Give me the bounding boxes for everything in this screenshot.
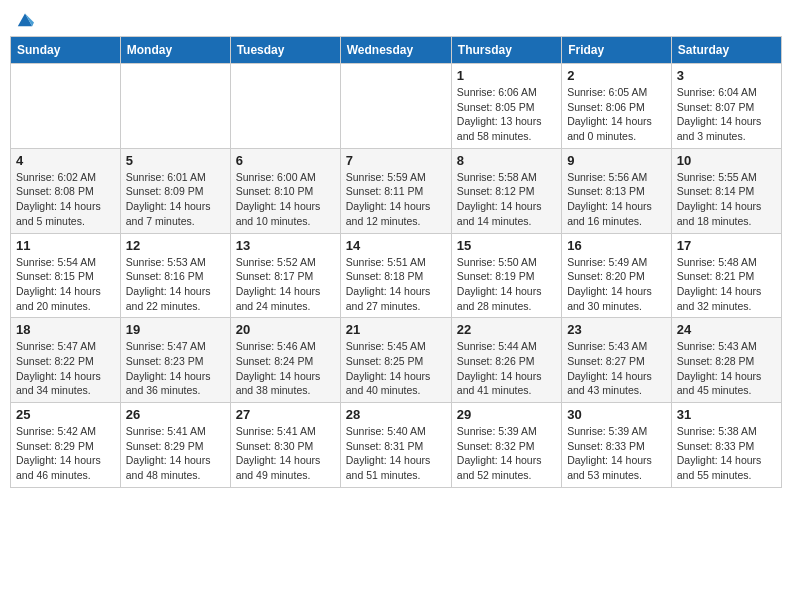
calendar-cell: 16Sunrise: 5:49 AM Sunset: 8:20 PM Dayli…: [562, 233, 672, 318]
day-number: 18: [16, 322, 115, 337]
calendar-cell: 29Sunrise: 5:39 AM Sunset: 8:32 PM Dayli…: [451, 403, 561, 488]
logo: [14, 10, 34, 28]
calendar-header-tuesday: Tuesday: [230, 37, 340, 64]
day-info: Sunrise: 5:51 AM Sunset: 8:18 PM Dayligh…: [346, 255, 446, 314]
calendar-cell: 3Sunrise: 6:04 AM Sunset: 8:07 PM Daylig…: [671, 64, 781, 149]
day-info: Sunrise: 5:40 AM Sunset: 8:31 PM Dayligh…: [346, 424, 446, 483]
day-info: Sunrise: 5:39 AM Sunset: 8:33 PM Dayligh…: [567, 424, 666, 483]
calendar-cell: 18Sunrise: 5:47 AM Sunset: 8:22 PM Dayli…: [11, 318, 121, 403]
day-info: Sunrise: 5:47 AM Sunset: 8:22 PM Dayligh…: [16, 339, 115, 398]
calendar-cell: 26Sunrise: 5:41 AM Sunset: 8:29 PM Dayli…: [120, 403, 230, 488]
calendar-cell: [11, 64, 121, 149]
calendar-cell: 30Sunrise: 5:39 AM Sunset: 8:33 PM Dayli…: [562, 403, 672, 488]
day-info: Sunrise: 5:41 AM Sunset: 8:30 PM Dayligh…: [236, 424, 335, 483]
day-info: Sunrise: 6:05 AM Sunset: 8:06 PM Dayligh…: [567, 85, 666, 144]
day-number: 5: [126, 153, 225, 168]
day-info: Sunrise: 5:44 AM Sunset: 8:26 PM Dayligh…: [457, 339, 556, 398]
day-info: Sunrise: 5:58 AM Sunset: 8:12 PM Dayligh…: [457, 170, 556, 229]
calendar-header-friday: Friday: [562, 37, 672, 64]
day-info: Sunrise: 5:43 AM Sunset: 8:28 PM Dayligh…: [677, 339, 776, 398]
day-info: Sunrise: 5:48 AM Sunset: 8:21 PM Dayligh…: [677, 255, 776, 314]
day-number: 28: [346, 407, 446, 422]
calendar-cell: 15Sunrise: 5:50 AM Sunset: 8:19 PM Dayli…: [451, 233, 561, 318]
calendar-week-5: 25Sunrise: 5:42 AM Sunset: 8:29 PM Dayli…: [11, 403, 782, 488]
day-number: 6: [236, 153, 335, 168]
day-number: 13: [236, 238, 335, 253]
day-info: Sunrise: 5:59 AM Sunset: 8:11 PM Dayligh…: [346, 170, 446, 229]
calendar-cell: 25Sunrise: 5:42 AM Sunset: 8:29 PM Dayli…: [11, 403, 121, 488]
calendar-header-monday: Monday: [120, 37, 230, 64]
calendar-cell: 21Sunrise: 5:45 AM Sunset: 8:25 PM Dayli…: [340, 318, 451, 403]
calendar-cell: 22Sunrise: 5:44 AM Sunset: 8:26 PM Dayli…: [451, 318, 561, 403]
day-number: 10: [677, 153, 776, 168]
day-number: 2: [567, 68, 666, 83]
day-number: 17: [677, 238, 776, 253]
day-info: Sunrise: 5:47 AM Sunset: 8:23 PM Dayligh…: [126, 339, 225, 398]
calendar-cell: 8Sunrise: 5:58 AM Sunset: 8:12 PM Daylig…: [451, 148, 561, 233]
day-number: 3: [677, 68, 776, 83]
calendar-cell: 5Sunrise: 6:01 AM Sunset: 8:09 PM Daylig…: [120, 148, 230, 233]
day-info: Sunrise: 6:01 AM Sunset: 8:09 PM Dayligh…: [126, 170, 225, 229]
day-number: 29: [457, 407, 556, 422]
calendar-header-wednesday: Wednesday: [340, 37, 451, 64]
day-info: Sunrise: 6:00 AM Sunset: 8:10 PM Dayligh…: [236, 170, 335, 229]
calendar-header-thursday: Thursday: [451, 37, 561, 64]
day-info: Sunrise: 5:54 AM Sunset: 8:15 PM Dayligh…: [16, 255, 115, 314]
calendar-cell: [230, 64, 340, 149]
day-number: 30: [567, 407, 666, 422]
day-number: 23: [567, 322, 666, 337]
calendar-cell: 12Sunrise: 5:53 AM Sunset: 8:16 PM Dayli…: [120, 233, 230, 318]
day-number: 20: [236, 322, 335, 337]
day-number: 27: [236, 407, 335, 422]
calendar-cell: 31Sunrise: 5:38 AM Sunset: 8:33 PM Dayli…: [671, 403, 781, 488]
calendar-week-3: 11Sunrise: 5:54 AM Sunset: 8:15 PM Dayli…: [11, 233, 782, 318]
day-number: 24: [677, 322, 776, 337]
calendar-week-1: 1Sunrise: 6:06 AM Sunset: 8:05 PM Daylig…: [11, 64, 782, 149]
page-header: [10, 10, 782, 28]
calendar-cell: 27Sunrise: 5:41 AM Sunset: 8:30 PM Dayli…: [230, 403, 340, 488]
calendar-cell: 28Sunrise: 5:40 AM Sunset: 8:31 PM Dayli…: [340, 403, 451, 488]
day-number: 15: [457, 238, 556, 253]
day-number: 22: [457, 322, 556, 337]
day-number: 8: [457, 153, 556, 168]
calendar-week-4: 18Sunrise: 5:47 AM Sunset: 8:22 PM Dayli…: [11, 318, 782, 403]
calendar-table: SundayMondayTuesdayWednesdayThursdayFrid…: [10, 36, 782, 488]
day-number: 12: [126, 238, 225, 253]
logo-icon: [16, 10, 34, 28]
day-number: 25: [16, 407, 115, 422]
calendar-header-row: SundayMondayTuesdayWednesdayThursdayFrid…: [11, 37, 782, 64]
day-number: 31: [677, 407, 776, 422]
day-info: Sunrise: 5:50 AM Sunset: 8:19 PM Dayligh…: [457, 255, 556, 314]
calendar-cell: 7Sunrise: 5:59 AM Sunset: 8:11 PM Daylig…: [340, 148, 451, 233]
day-info: Sunrise: 5:55 AM Sunset: 8:14 PM Dayligh…: [677, 170, 776, 229]
day-info: Sunrise: 5:38 AM Sunset: 8:33 PM Dayligh…: [677, 424, 776, 483]
day-info: Sunrise: 5:43 AM Sunset: 8:27 PM Dayligh…: [567, 339, 666, 398]
calendar-cell: [120, 64, 230, 149]
day-info: Sunrise: 5:45 AM Sunset: 8:25 PM Dayligh…: [346, 339, 446, 398]
calendar-cell: 23Sunrise: 5:43 AM Sunset: 8:27 PM Dayli…: [562, 318, 672, 403]
calendar-cell: 10Sunrise: 5:55 AM Sunset: 8:14 PM Dayli…: [671, 148, 781, 233]
calendar-body: 1Sunrise: 6:06 AM Sunset: 8:05 PM Daylig…: [11, 64, 782, 488]
calendar-cell: 20Sunrise: 5:46 AM Sunset: 8:24 PM Dayli…: [230, 318, 340, 403]
day-number: 4: [16, 153, 115, 168]
day-info: Sunrise: 5:52 AM Sunset: 8:17 PM Dayligh…: [236, 255, 335, 314]
day-number: 26: [126, 407, 225, 422]
calendar-cell: 14Sunrise: 5:51 AM Sunset: 8:18 PM Dayli…: [340, 233, 451, 318]
day-number: 1: [457, 68, 556, 83]
day-info: Sunrise: 5:49 AM Sunset: 8:20 PM Dayligh…: [567, 255, 666, 314]
calendar-header-sunday: Sunday: [11, 37, 121, 64]
calendar-header-saturday: Saturday: [671, 37, 781, 64]
day-number: 11: [16, 238, 115, 253]
day-number: 19: [126, 322, 225, 337]
day-number: 9: [567, 153, 666, 168]
calendar-week-2: 4Sunrise: 6:02 AM Sunset: 8:08 PM Daylig…: [11, 148, 782, 233]
day-number: 21: [346, 322, 446, 337]
day-info: Sunrise: 5:42 AM Sunset: 8:29 PM Dayligh…: [16, 424, 115, 483]
calendar-cell: 2Sunrise: 6:05 AM Sunset: 8:06 PM Daylig…: [562, 64, 672, 149]
calendar-cell: 4Sunrise: 6:02 AM Sunset: 8:08 PM Daylig…: [11, 148, 121, 233]
calendar-cell: 11Sunrise: 5:54 AM Sunset: 8:15 PM Dayli…: [11, 233, 121, 318]
calendar-cell: 1Sunrise: 6:06 AM Sunset: 8:05 PM Daylig…: [451, 64, 561, 149]
calendar-cell: 24Sunrise: 5:43 AM Sunset: 8:28 PM Dayli…: [671, 318, 781, 403]
calendar-cell: 17Sunrise: 5:48 AM Sunset: 8:21 PM Dayli…: [671, 233, 781, 318]
calendar-cell: 9Sunrise: 5:56 AM Sunset: 8:13 PM Daylig…: [562, 148, 672, 233]
